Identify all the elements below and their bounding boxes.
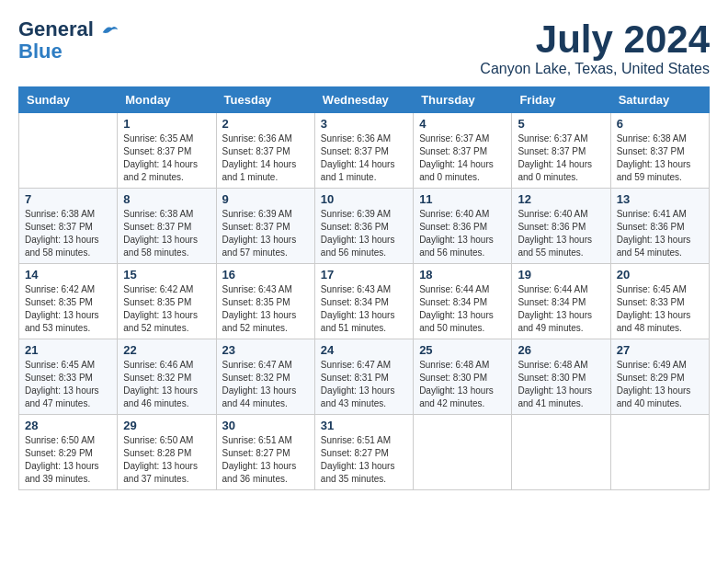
day-number: 15 [123,268,210,282]
calendar-cell-4-4 [414,415,512,490]
day-number: 12 [518,192,604,206]
day-number: 24 [321,343,407,357]
day-number: 13 [617,192,703,206]
day-number: 23 [222,343,309,357]
day-info: Sunrise: 6:43 AMSunset: 8:34 PMDaylight:… [321,284,395,333]
calendar-cell-4-6 [610,415,709,490]
weekday-header-wednesday: Wednesday [314,87,413,113]
calendar-cell-3-4: 25 Sunrise: 6:48 AMSunset: 8:30 PMDaylig… [414,339,512,415]
day-info: Sunrise: 6:48 AMSunset: 8:30 PMDaylight:… [419,360,494,408]
calendar-cell-0-3: 3 Sunrise: 6:36 AMSunset: 8:37 PMDayligh… [314,113,413,189]
weekday-header-monday: Monday [118,87,216,113]
weekday-header-tuesday: Tuesday [216,87,314,113]
day-info: Sunrise: 6:40 AMSunset: 8:36 PMDaylight:… [518,209,592,258]
calendar-cell-1-6: 13 Sunrise: 6:41 AMSunset: 8:36 PMDaylig… [610,189,709,264]
calendar-cell-0-0 [19,113,118,189]
calendar-cell-1-1: 8 Sunrise: 6:38 AMSunset: 8:37 PMDayligh… [118,189,216,264]
day-number: 10 [321,192,407,206]
logo-blue-text: Blue [18,40,63,63]
month-title: July 2024 [480,18,710,61]
weekday-header-thursday: Thursday [414,87,512,113]
logo: General Blue [18,18,119,63]
day-info: Sunrise: 6:43 AMSunset: 8:35 PMDaylight:… [222,284,297,333]
calendar-cell-1-0: 7 Sunrise: 6:38 AMSunset: 8:37 PMDayligh… [19,189,118,264]
day-info: Sunrise: 6:36 AMSunset: 8:37 PMDaylight:… [222,133,297,182]
day-info: Sunrise: 6:37 AMSunset: 8:37 PMDaylight:… [419,133,494,182]
day-number: 11 [419,192,506,206]
day-number: 16 [222,268,309,282]
calendar-cell-3-5: 26 Sunrise: 6:48 AMSunset: 8:30 PMDaylig… [512,339,610,415]
day-info: Sunrise: 6:51 AMSunset: 8:27 PMDaylight:… [321,435,395,484]
day-number: 1 [123,117,210,131]
day-number: 25 [419,343,506,357]
day-number: 27 [617,343,703,357]
title-block: July 2024 Canyon Lake, Texas, United Sta… [480,18,710,77]
calendar-cell-4-2: 30 Sunrise: 6:51 AMSunset: 8:27 PMDaylig… [216,415,314,490]
day-info: Sunrise: 6:49 AMSunset: 8:29 PMDaylight:… [617,360,691,408]
calendar-cell-0-2: 2 Sunrise: 6:36 AMSunset: 8:37 PMDayligh… [216,113,314,189]
week-row-3: 14 Sunrise: 6:42 AMSunset: 8:35 PMDaylig… [19,264,710,339]
weekday-header-saturday: Saturday [610,87,709,113]
day-number: 21 [25,343,111,357]
weekday-header-sunday: Sunday [19,87,118,113]
day-info: Sunrise: 6:45 AMSunset: 8:33 PMDaylight:… [25,360,99,408]
week-row-4: 21 Sunrise: 6:45 AMSunset: 8:33 PMDaylig… [19,339,710,415]
day-info: Sunrise: 6:39 AMSunset: 8:37 PMDaylight:… [222,209,297,258]
day-info: Sunrise: 6:36 AMSunset: 8:37 PMDaylight:… [321,133,395,182]
day-number: 4 [419,117,506,131]
calendar-cell-2-3: 17 Sunrise: 6:43 AMSunset: 8:34 PMDaylig… [314,264,413,339]
day-info: Sunrise: 6:39 AMSunset: 8:36 PMDaylight:… [321,209,395,258]
calendar-cell-3-1: 22 Sunrise: 6:46 AMSunset: 8:32 PMDaylig… [118,339,216,415]
day-number: 7 [25,192,111,206]
calendar-cell-3-2: 23 Sunrise: 6:47 AMSunset: 8:32 PMDaylig… [216,339,314,415]
day-info: Sunrise: 6:38 AMSunset: 8:37 PMDaylight:… [617,133,691,182]
day-number: 17 [321,268,407,282]
day-info: Sunrise: 6:38 AMSunset: 8:37 PMDaylight:… [25,209,99,258]
day-info: Sunrise: 6:45 AMSunset: 8:33 PMDaylight:… [617,284,691,333]
logo-general: General [18,18,119,40]
day-info: Sunrise: 6:42 AMSunset: 8:35 PMDaylight:… [123,284,198,333]
calendar-cell-0-6: 6 Sunrise: 6:38 AMSunset: 8:37 PMDayligh… [610,113,709,189]
calendar-cell-3-3: 24 Sunrise: 6:47 AMSunset: 8:31 PMDaylig… [314,339,413,415]
calendar-cell-3-0: 21 Sunrise: 6:45 AMSunset: 8:33 PMDaylig… [19,339,118,415]
day-number: 30 [222,419,309,432]
week-row-2: 7 Sunrise: 6:38 AMSunset: 8:37 PMDayligh… [19,189,710,264]
calendar-cell-0-4: 4 Sunrise: 6:37 AMSunset: 8:37 PMDayligh… [414,113,512,189]
calendar-cell-2-2: 16 Sunrise: 6:43 AMSunset: 8:35 PMDaylig… [216,264,314,339]
header: General Blue July 2024 Canyon Lake, Texa… [18,18,710,77]
calendar-cell-4-1: 29 Sunrise: 6:50 AMSunset: 8:28 PMDaylig… [118,415,216,490]
week-row-5: 28 Sunrise: 6:50 AMSunset: 8:29 PMDaylig… [19,415,710,490]
weekday-header-friday: Friday [512,87,610,113]
day-info: Sunrise: 6:35 AMSunset: 8:37 PMDaylight:… [123,133,198,182]
day-info: Sunrise: 6:44 AMSunset: 8:34 PMDaylight:… [518,284,592,333]
day-info: Sunrise: 6:50 AMSunset: 8:29 PMDaylight:… [25,435,99,484]
day-info: Sunrise: 6:37 AMSunset: 8:37 PMDaylight:… [518,133,592,182]
calendar-cell-1-4: 11 Sunrise: 6:40 AMSunset: 8:36 PMDaylig… [414,189,512,264]
day-number: 31 [321,419,407,432]
weekday-header-row: SundayMondayTuesdayWednesdayThursdayFrid… [19,87,710,113]
calendar-cell-4-3: 31 Sunrise: 6:51 AMSunset: 8:27 PMDaylig… [314,415,413,490]
week-row-1: 1 Sunrise: 6:35 AMSunset: 8:37 PMDayligh… [19,113,710,189]
day-info: Sunrise: 6:51 AMSunset: 8:27 PMDaylight:… [222,435,297,484]
calendar-cell-0-5: 5 Sunrise: 6:37 AMSunset: 8:37 PMDayligh… [512,113,610,189]
day-number: 9 [222,192,309,206]
day-number: 5 [518,117,604,131]
calendar-table: SundayMondayTuesdayWednesdayThursdayFrid… [18,86,710,490]
logo-general-text: General [18,17,94,40]
day-number: 3 [321,117,407,131]
day-info: Sunrise: 6:46 AMSunset: 8:32 PMDaylight:… [123,360,198,408]
day-number: 22 [123,343,210,357]
calendar-cell-1-2: 9 Sunrise: 6:39 AMSunset: 8:37 PMDayligh… [216,189,314,264]
day-info: Sunrise: 6:47 AMSunset: 8:32 PMDaylight:… [222,360,297,408]
logo-bird-icon [101,23,119,36]
day-number: 19 [518,268,604,282]
calendar-cell-2-6: 20 Sunrise: 6:45 AMSunset: 8:33 PMDaylig… [610,264,709,339]
day-number: 6 [617,117,703,131]
day-number: 20 [617,268,703,282]
day-number: 8 [123,192,210,206]
day-number: 18 [419,268,506,282]
day-number: 2 [222,117,309,131]
calendar-cell-2-0: 14 Sunrise: 6:42 AMSunset: 8:35 PMDaylig… [19,264,118,339]
day-number: 14 [25,268,111,282]
calendar-cell-2-1: 15 Sunrise: 6:42 AMSunset: 8:35 PMDaylig… [118,264,216,339]
